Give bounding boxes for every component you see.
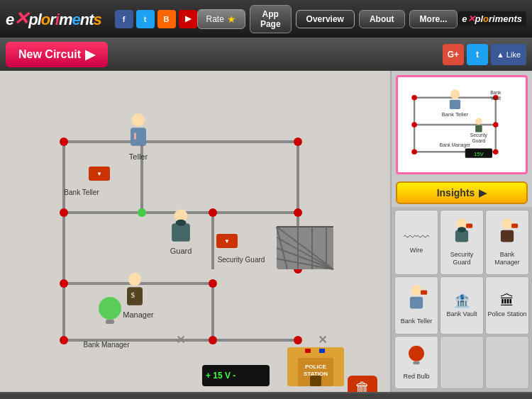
svg-text:POLICE: POLICE <box>305 364 326 370</box>
like-button[interactable]: ▲ Like <box>491 44 526 65</box>
svg-point-91 <box>501 218 512 229</box>
svg-text:✕: ✕ <box>318 334 327 346</box>
youtube-icon[interactable]: ▶ <box>179 10 197 28</box>
rate-label: Rate <box>206 14 224 24</box>
component-bank-teller[interactable]: Bank Teller <box>394 276 438 334</box>
svg-rect-98 <box>413 361 419 365</box>
logo: e✕ploriments <box>6 5 108 33</box>
svg-rect-93 <box>511 224 518 228</box>
svg-text:▼: ▼ <box>96 171 102 177</box>
svg-point-71 <box>411 122 417 128</box>
svg-rect-90 <box>466 224 472 228</box>
gplus-button[interactable]: G+ <box>443 44 464 65</box>
social-icons: f t B ▶ <box>115 10 197 28</box>
red-bulb-component-icon <box>406 344 426 371</box>
toolbar: New Circuit ▶ G+ t ▲ Like <box>0 39 532 71</box>
twitter-toolbar-button[interactable]: t <box>467 44 488 65</box>
svg-point-73 <box>411 149 417 154</box>
insights-button[interactable]: Insights ▶ <box>396 181 528 204</box>
svg-text:Security Guard: Security Guard <box>218 256 265 264</box>
svg-rect-95 <box>410 297 423 309</box>
blogger-icon[interactable]: B <box>157 10 176 28</box>
insights-label: Insights <box>437 187 475 198</box>
header-right: e✕ploriments <box>458 11 526 26</box>
logo-text: e✕ploriments <box>6 8 101 30</box>
new-circuit-arrow-icon: ▶ <box>85 47 95 62</box>
security-guard-label: Security Guard <box>442 251 482 266</box>
svg-rect-54 <box>310 376 321 386</box>
svg-text:Vault: Vault <box>490 96 501 101</box>
rate-star-icon: ★ <box>227 13 236 25</box>
svg-point-80 <box>475 118 482 125</box>
svg-text:Guard: Guard <box>472 138 486 143</box>
header-logo-small: e✕ploriments <box>458 11 526 26</box>
bottom-bar: Electron Flow Conventional Current Auto … <box>0 392 532 399</box>
twitter-icon[interactable]: t <box>136 10 155 28</box>
component-empty-1 <box>440 336 484 389</box>
facebook-icon[interactable]: f <box>115 10 133 28</box>
bank-teller-component-icon <box>405 285 428 316</box>
bank-teller-label: Bank Teller <box>401 317 432 325</box>
svg-rect-96 <box>421 291 427 295</box>
svg-point-14 <box>60 208 68 217</box>
svg-point-22 <box>294 336 302 344</box>
svg-text:✕: ✕ <box>176 334 185 346</box>
svg-point-21 <box>209 336 217 344</box>
svg-point-45 <box>99 297 121 320</box>
svg-point-69 <box>411 95 417 101</box>
svg-point-18 <box>209 279 217 288</box>
svg-point-17 <box>60 279 68 288</box>
main-content: ✕ ✕ Teller ▼ Bank Teller Guard ▼ Securit… <box>0 71 532 392</box>
component-red-bulb[interactable]: Red Bulb <box>394 336 438 389</box>
new-circuit-button[interactable]: New Circuit ▶ <box>6 42 108 67</box>
component-wire[interactable]: 〰〰 Wire <box>394 210 438 275</box>
svg-text:15V: 15V <box>474 151 484 157</box>
svg-rect-46 <box>106 320 114 324</box>
toolbar-social: G+ t ▲ Like <box>443 44 526 65</box>
circuit-canvas-area[interactable]: ✕ ✕ Teller ▼ Bank Teller Guard ▼ Securit… <box>0 71 390 392</box>
bank-vault-label: Bank Vault <box>447 310 477 318</box>
svg-text:Bank Teller: Bank Teller <box>64 189 99 196</box>
svg-text:▼: ▼ <box>224 238 230 245</box>
header-center: Rate ★ App Page Overview About More... <box>197 5 458 33</box>
bank-vault-component-icon: 🏦 <box>453 292 471 309</box>
svg-point-15 <box>209 208 217 217</box>
component-security-guard[interactable]: Security Guard <box>440 210 484 275</box>
svg-text:Bank Manager: Bank Manager <box>440 142 471 148</box>
svg-rect-81 <box>475 125 482 133</box>
svg-point-97 <box>409 346 424 361</box>
more-button[interactable]: More... <box>409 10 458 28</box>
svg-text:🗑: 🗑 <box>355 379 370 392</box>
svg-point-20 <box>60 336 68 344</box>
svg-point-11 <box>60 137 68 146</box>
new-circuit-label: New Circuit <box>18 48 81 61</box>
security-guard-component-icon <box>450 218 473 249</box>
header: e✕ploriments f t B ▶ Rate ★ App Page Ove… <box>0 0 532 39</box>
svg-point-75 <box>450 89 460 99</box>
overview-button[interactable]: Overview <box>296 10 355 28</box>
component-palette: 〰〰 Wire Security Guard <box>392 207 532 392</box>
police-station-label: Police Station <box>487 310 526 318</box>
svg-text:Bank Manager: Bank Manager <box>83 341 130 349</box>
about-button[interactable]: About <box>359 10 405 28</box>
wire-label: Wire <box>410 247 423 254</box>
app-page-button[interactable]: App Page <box>250 5 292 33</box>
svg-point-94 <box>411 285 421 296</box>
bank-manager-label: Bank Manager <box>487 251 527 266</box>
component-police-station[interactable]: 🏛 Police Station <box>485 276 529 334</box>
red-bulb-label: Red Bulb <box>403 373 429 381</box>
svg-text:Teller: Teller <box>129 152 148 161</box>
svg-point-13 <box>294 137 302 146</box>
svg-rect-56 <box>319 349 325 353</box>
component-bank-manager[interactable]: Bank Manager <box>485 210 529 275</box>
bank-manager-component-icon <box>496 218 519 249</box>
svg-point-74 <box>493 149 499 154</box>
circuit-svg: ✕ ✕ Teller ▼ Bank Teller Guard ▼ Securit… <box>0 71 390 392</box>
police-station-component-icon: 🏛 <box>500 293 514 309</box>
svg-text:Bank Teller: Bank Teller <box>442 111 469 118</box>
svg-rect-89 <box>458 227 466 232</box>
rate-button[interactable]: Rate ★ <box>197 9 245 29</box>
component-bank-vault[interactable]: 🏦 Bank Vault <box>440 276 484 334</box>
svg-text:Guard: Guard <box>170 247 192 255</box>
right-panel: Bank Teller Bank Vault Security Guard Ba… <box>390 71 532 392</box>
